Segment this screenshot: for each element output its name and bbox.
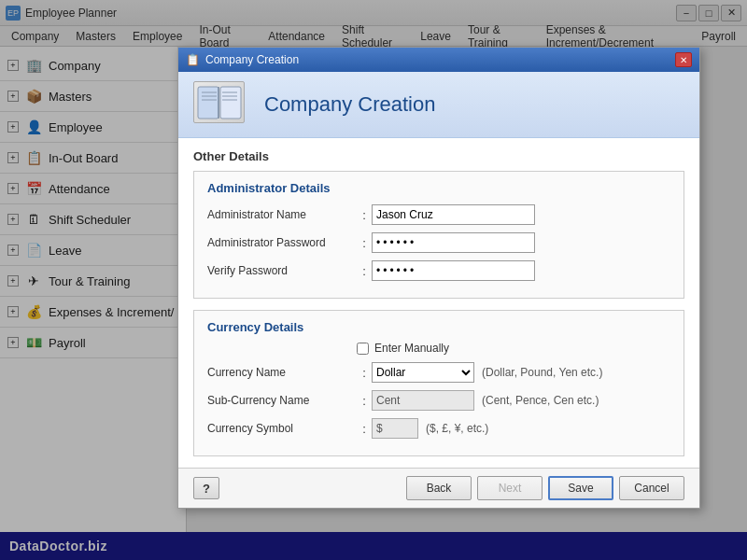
footer-help: ? [193, 477, 219, 499]
admin-name-input[interactable] [372, 204, 535, 225]
verify-password-row: Verify Password : [207, 260, 670, 281]
admin-password-input[interactable] [372, 232, 535, 253]
currency-section-title: Currency Details [207, 320, 670, 334]
enter-manually-row: Enter Manually [207, 342, 670, 355]
sub-currency-input[interactable] [372, 390, 474, 411]
dialog-title-icon: 📋 [186, 53, 200, 66]
sub-currency-label: Sub-Currency Name [207, 394, 357, 407]
currency-section: Currency Details Enter Manually Currency… [193, 310, 684, 456]
enter-manually-checkbox[interactable] [357, 343, 369, 355]
admin-details-section: Administrator Details Administrator Name… [193, 171, 684, 299]
cancel-button[interactable]: Cancel [619, 476, 684, 500]
currency-name-select[interactable]: Dollar Pound Yen Euro [372, 362, 474, 383]
back-button[interactable]: Back [406, 476, 472, 500]
admin-section-title: Administrator Details [207, 181, 670, 195]
svg-rect-0 [198, 87, 218, 119]
currency-name-row: Currency Name : Dollar Pound Yen Euro (D… [207, 362, 670, 383]
sub-currency-row: Sub-Currency Name : (Cent, Pence, Cen et… [207, 390, 670, 411]
currency-symbol-input[interactable] [372, 418, 418, 439]
currency-symbol-note: ($, £, ¥, etc.) [426, 422, 488, 435]
admin-password-label: Administrator Password [207, 236, 357, 249]
dialog-footer: ? Back Next Save Cancel [178, 468, 699, 508]
dialog-header-icon [193, 81, 249, 128]
dialog-header-title: Company Creation [264, 92, 435, 117]
admin-password-row: Administrator Password : [207, 232, 670, 253]
book-icon [193, 81, 245, 123]
company-creation-dialog: 📋 Company Creation ✕ Company [177, 47, 700, 509]
currency-name-note: (Dollar, Pound, Yen etc.) [482, 366, 602, 379]
enter-manually-label[interactable]: Enter Manually [374, 342, 449, 355]
help-button[interactable]: ? [193, 477, 219, 499]
next-button[interactable]: Next [477, 476, 543, 500]
currency-name-label: Currency Name [207, 366, 357, 379]
svg-rect-1 [220, 87, 241, 119]
sub-currency-note: (Cent, Pence, Cen etc.) [482, 394, 599, 407]
dialog-title-left: 📋 Company Creation [186, 53, 299, 66]
other-details-label: Other Details [193, 149, 684, 163]
verify-password-label: Verify Password [207, 264, 357, 277]
dialog-close-button[interactable]: ✕ [675, 52, 692, 67]
dialog-header: Company Creation [178, 72, 699, 138]
save-button[interactable]: Save [548, 476, 613, 500]
currency-symbol-label: Currency Symbol [207, 422, 357, 435]
dialog-title-bar: 📋 Company Creation ✕ [178, 48, 699, 72]
dialog-title-text: Company Creation [205, 53, 299, 66]
dialog-content: Other Details Administrator Details Admi… [178, 138, 699, 468]
admin-name-label: Administrator Name [207, 208, 357, 221]
admin-name-row: Administrator Name : [207, 204, 670, 225]
verify-password-input[interactable] [372, 260, 535, 281]
currency-symbol-row: Currency Symbol : ($, £, ¥, etc.) [207, 418, 670, 439]
